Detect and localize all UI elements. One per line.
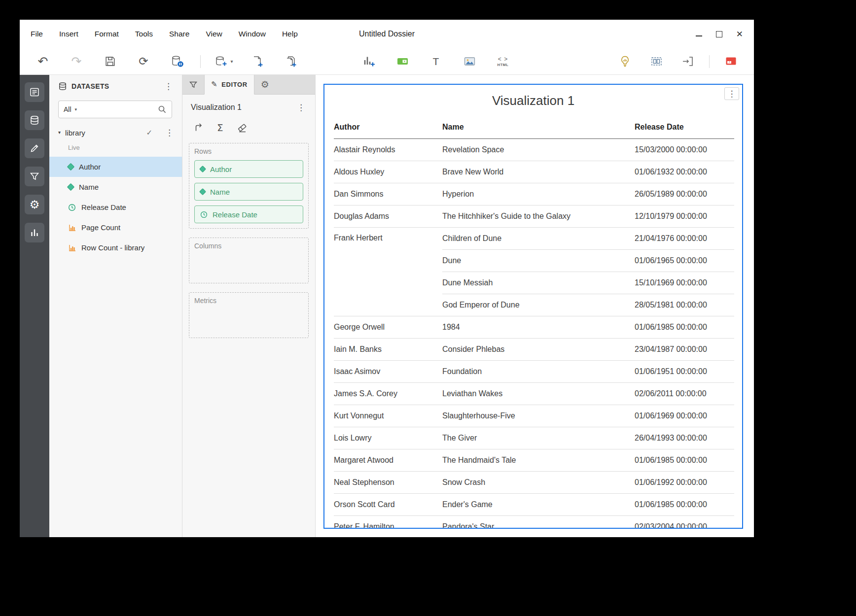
grid-cell-author[interactable]: Margaret Atwood <box>334 449 442 471</box>
menu-window[interactable]: Window <box>239 30 266 38</box>
rail-filter-button[interactable] <box>25 167 44 186</box>
grid-cell-author[interactable]: Peter F. Hamilton <box>334 515 442 529</box>
close-button[interactable]: ✕ <box>736 30 743 38</box>
clear-button[interactable] <box>237 122 248 133</box>
rail-datasets-button[interactable] <box>25 110 44 130</box>
dataset-kebab-menu[interactable]: ⋮ <box>164 129 175 137</box>
grid-cell-release-date[interactable]: 26/04/1993 00:00:00 <box>635 427 734 449</box>
grid-cell-author[interactable]: Douglas Adams <box>334 205 442 227</box>
menu-help[interactable]: Help <box>282 30 298 38</box>
grid-cell-author[interactable]: James S.A. Corey <box>334 382 442 405</box>
pivot-button[interactable] <box>193 122 204 133</box>
undo-button[interactable]: ↶ <box>33 52 53 71</box>
grid-cell-name[interactable]: 1984 <box>442 316 635 338</box>
totals-button[interactable]: Σ <box>217 123 223 133</box>
grid-cell-author[interactable]: Lois Lowry <box>334 427 442 449</box>
rows-pill-author[interactable]: Author <box>194 160 303 178</box>
grid-cell-release-date[interactable]: 15/10/1969 00:00:00 <box>635 272 734 294</box>
grid-cell-name[interactable]: The Giver <box>442 427 635 449</box>
grid-cell-release-date[interactable]: 01/06/1985 00:00:00 <box>635 449 734 471</box>
rows-pill-name[interactable]: Name <box>194 183 303 201</box>
metrics-drop-zone[interactable]: Metrics <box>189 292 309 338</box>
grid-cell-release-date[interactable]: 01/06/1985 00:00:00 <box>635 316 734 338</box>
insert-image-button[interactable] <box>459 52 480 71</box>
insights-button[interactable] <box>614 52 635 71</box>
grid-cell-name[interactable]: The Handmaid's Tale <box>442 449 635 471</box>
new-chapter-button[interactable] <box>281 52 301 71</box>
grid-cell-release-date[interactable]: 23/04/1987 00:00:00 <box>635 338 734 360</box>
rail-gallery-button[interactable] <box>25 223 44 242</box>
grid-cell-author[interactable]: Orson Scott Card <box>334 493 442 515</box>
dataset-field-release-date[interactable]: Release Date <box>49 197 182 217</box>
new-page-button[interactable] <box>247 52 268 71</box>
presentation-mode-button[interactable] <box>720 52 741 71</box>
menu-tools[interactable]: Tools <box>135 30 153 38</box>
dataset-status-button[interactable] <box>167 52 187 71</box>
grid-cell-author[interactable]: George Orwell <box>334 316 442 338</box>
grid-cell-release-date[interactable]: 01/06/1932 00:00:00 <box>635 161 734 183</box>
panel-arrow-button[interactable] <box>678 52 698 71</box>
grid-cell-name[interactable]: Revelation Space <box>442 138 635 161</box>
menu-view[interactable]: View <box>206 30 222 38</box>
insert-text-button[interactable]: T <box>426 52 446 71</box>
visualization-kebab-menu[interactable]: ⋮ <box>295 103 307 112</box>
insert-visualization-button[interactable] <box>358 52 379 71</box>
grid-cell-author[interactable]: Alastair Reynolds <box>334 138 442 161</box>
grid-cell-release-date[interactable]: 02/06/2011 00:00:00 <box>635 382 734 405</box>
grid-cell-name[interactable]: Dune <box>442 249 635 272</box>
grid-cell-name[interactable]: Foundation <box>442 360 635 382</box>
maximize-button[interactable] <box>716 31 722 37</box>
dataset-tree-item[interactable]: ▾ library ✓ ⋮ <box>49 124 182 141</box>
menu-format[interactable]: Format <box>95 30 119 38</box>
grid-cell-release-date[interactable]: 01/06/1985 00:00:00 <box>635 493 734 515</box>
grid-cell-release-date[interactable]: 01/06/1969 00:00:00 <box>635 405 734 427</box>
refresh-button[interactable]: ⟳ <box>133 52 154 71</box>
grid-cell-release-date[interactable]: 01/06/1951 00:00:00 <box>635 360 734 382</box>
save-button[interactable] <box>100 52 120 71</box>
grid-cell-release-date[interactable]: 15/03/2000 00:00:00 <box>635 138 734 161</box>
minimize-button[interactable] <box>696 32 702 36</box>
add-data-button[interactable]: ▾ <box>214 52 234 71</box>
grid-header-release-date[interactable]: Release Date <box>635 116 734 138</box>
grid-cell-release-date[interactable]: 01/06/1992 00:00:00 <box>635 471 734 493</box>
tab-filter[interactable] <box>182 75 204 94</box>
layout-grouping-button[interactable] <box>646 52 667 71</box>
grid-cell-author[interactable]: Kurt Vonnegut <box>334 405 442 427</box>
tab-editor[interactable]: ✎ EDITOR <box>204 75 254 95</box>
grid-cell-name[interactable]: Brave New World <box>442 161 635 183</box>
grid-cell-name[interactable]: Hyperion <box>442 183 635 205</box>
insert-html-button[interactable]: < > HTML <box>493 52 513 71</box>
visualization-menu-button[interactable]: ⋮ <box>724 87 739 100</box>
redo-button[interactable]: ↷ <box>66 52 87 71</box>
menu-file[interactable]: File <box>31 30 43 38</box>
grid-cell-release-date[interactable]: 02/03/2004 00:00:00 <box>635 515 734 529</box>
grid-cell-name[interactable]: Pandora's Star <box>442 515 635 529</box>
grid-cell-release-date[interactable]: 01/06/1965 00:00:00 <box>635 249 734 272</box>
dataset-field-row-count[interactable]: Row Count - library <box>49 238 182 258</box>
grid-cell-release-date[interactable]: 28/05/1981 00:00:00 <box>635 294 734 316</box>
menu-insert[interactable]: Insert <box>59 30 78 38</box>
dataset-field-name[interactable]: Name <box>49 177 182 197</box>
rail-editor-button[interactable] <box>25 138 44 158</box>
grid-cell-author[interactable]: Aldous Huxley <box>334 161 442 183</box>
tree-collapse-icon[interactable]: ▾ <box>58 130 61 135</box>
grid-header-author[interactable]: Author <box>334 116 442 138</box>
grid-cell-release-date[interactable]: 26/05/1989 00:00:00 <box>635 183 734 205</box>
grid-cell-name[interactable]: Ender's Game <box>442 493 635 515</box>
insert-filter-button[interactable] <box>392 52 413 71</box>
grid-cell-name[interactable]: God Emperor of Dune <box>442 294 635 316</box>
rail-contents-button[interactable] <box>25 82 44 102</box>
rows-drop-zone[interactable]: Rows Author Name Release Date <box>189 143 309 229</box>
grid-cell-name[interactable]: Consider Phlebas <box>442 338 635 360</box>
grid-cell-author[interactable]: Neal Stephenson <box>334 471 442 493</box>
rows-pill-release-date[interactable]: Release Date <box>194 205 303 223</box>
grid-cell-release-date[interactable]: 21/04/1976 00:00:00 <box>635 227 734 249</box>
dataset-field-page-count[interactable]: Page Count <box>49 217 182 238</box>
dossier-canvas[interactable]: ⋮ Visualization 1 Author Name Release Da… <box>316 75 754 537</box>
grid-cell-name[interactable]: Leviathan Wakes <box>442 382 635 405</box>
dataset-field-author[interactable]: Author <box>49 157 182 177</box>
visualization-grid[interactable]: ⋮ Visualization 1 Author Name Release Da… <box>323 84 743 529</box>
tab-format[interactable]: ⚙ <box>254 75 276 94</box>
dataset-search[interactable]: All ▾ <box>58 101 172 118</box>
grid-cell-name[interactable]: Slaughterhouse-Five <box>442 405 635 427</box>
